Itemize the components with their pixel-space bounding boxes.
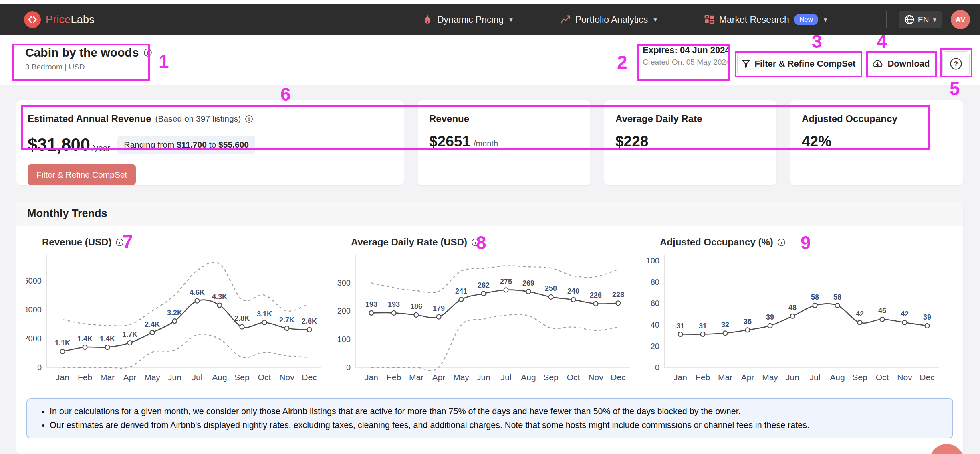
info-icon[interactable]: i <box>471 238 480 247</box>
svg-text:Jan: Jan <box>365 373 378 382</box>
pricelabs-logo[interactable]: PriceLabs <box>24 11 95 28</box>
pricelabs-logo-icon <box>24 11 41 28</box>
svg-text:Aug: Aug <box>521 373 536 382</box>
svg-text:Feb: Feb <box>696 373 710 382</box>
nav-item-dynamic-pricing[interactable]: Dynamic Pricing ▾ <box>423 14 513 25</box>
svg-text:2000: 2000 <box>26 334 42 343</box>
download-label: Download <box>887 59 930 69</box>
svg-text:2.6K: 2.6K <box>302 317 317 325</box>
svg-text:1.7K: 1.7K <box>122 330 137 338</box>
svg-text:i: i <box>248 116 250 122</box>
svg-text:Sep: Sep <box>852 373 867 382</box>
svg-text:300: 300 <box>337 278 351 287</box>
svg-text:4000: 4000 <box>26 305 42 314</box>
svg-text:228: 228 <box>612 291 624 299</box>
svg-text:240: 240 <box>567 287 579 295</box>
svg-text:Jul: Jul <box>810 373 821 382</box>
svg-text:May: May <box>762 373 778 382</box>
svg-text:Dec: Dec <box>920 373 934 382</box>
info-icon[interactable]: i <box>143 48 152 57</box>
svg-text:40: 40 <box>651 320 659 329</box>
svg-text:Jan: Jan <box>673 373 687 382</box>
svg-text:58: 58 <box>811 293 819 301</box>
svg-text:58: 58 <box>833 293 841 301</box>
trend-icon <box>560 15 571 24</box>
svg-text:0: 0 <box>346 363 351 372</box>
nav-menu: Dynamic Pricing ▾ Portfolio Analytics ▾ <box>423 14 827 25</box>
adr-line-chart: 0100200300JanFebMarAprMayJunJulAugSepOct… <box>335 251 632 391</box>
svg-text:May: May <box>453 373 469 382</box>
svg-text:186: 186 <box>410 302 422 310</box>
globe-icon <box>904 14 915 25</box>
charts-row: Revenue (USD) i 0200040006000JanFebMarAp… <box>26 226 963 391</box>
revenue-value: $2651 <box>429 133 470 150</box>
monthly-trends-panel: Monthly Trends Revenue (USD) i 020004000… <box>16 201 963 454</box>
svg-text:193: 193 <box>365 300 377 308</box>
filter-refine-compset-salmon-button[interactable]: Filter & Refine CompSet <box>28 164 136 185</box>
svg-text:193: 193 <box>388 300 400 308</box>
svg-text:48: 48 <box>788 304 797 312</box>
nav-item-label: Market Research <box>719 14 789 25</box>
svg-text:241: 241 <box>455 287 467 295</box>
svg-text:80: 80 <box>651 278 659 286</box>
annual-revenue-value: $31,800 <box>28 135 90 155</box>
info-icon[interactable]: i <box>245 115 253 123</box>
avatar[interactable]: AV <box>951 10 970 29</box>
svg-text:Oct: Oct <box>567 373 580 382</box>
chart-title: Revenue (USD) <box>42 237 111 248</box>
svg-text:39: 39 <box>923 313 931 321</box>
svg-text:i: i <box>119 240 121 245</box>
svg-text:1.4K: 1.4K <box>77 335 93 343</box>
card-title: Adjusted Occupancy <box>802 113 952 124</box>
svg-text:3.1K: 3.1K <box>257 310 272 318</box>
svg-text:2.7K: 2.7K <box>279 316 294 324</box>
svg-text:Dec: Dec <box>611 373 625 382</box>
note-item: In our calculations for a given month, w… <box>50 405 940 418</box>
svg-text:Aug: Aug <box>830 373 845 382</box>
svg-text:100: 100 <box>646 256 659 265</box>
svg-text:226: 226 <box>590 291 602 299</box>
nav-item-market-research[interactable]: Market Research New ▾ <box>704 14 827 25</box>
svg-text:i: i <box>147 50 149 56</box>
listing-subtitle: 3 Bedroom | USD <box>25 63 152 71</box>
info-icon[interactable]: i <box>115 238 124 247</box>
svg-text:Jul: Jul <box>501 373 512 382</box>
chevron-down-icon: ▾ <box>824 16 827 24</box>
language-label: EN <box>918 15 929 24</box>
svg-text:Jun: Jun <box>477 373 490 382</box>
filter-refine-compset-button[interactable]: Filter & Refine CompSet <box>737 51 859 76</box>
nav-item-portfolio-analytics[interactable]: Portfolio Analytics ▾ <box>560 14 657 25</box>
svg-text:6000: 6000 <box>26 276 42 285</box>
filter-refine-compset-label: Filter & Refine CompSet <box>755 59 856 69</box>
revenue-line-chart: 0200040006000JanFebMarAprMayJunJulAugSep… <box>26 251 323 391</box>
svg-text:Oct: Oct <box>876 373 889 382</box>
note-item: Our estimates are derived from Airbnb's … <box>50 418 940 432</box>
revenue-unit: /month <box>474 139 498 148</box>
adjusted-occupancy-card: Adjusted Occupancy 42% <box>790 100 963 185</box>
help-button[interactable]: ? <box>942 51 970 76</box>
svg-text:Jun: Jun <box>786 373 799 382</box>
card-title: Estimated Annual Revenue <box>28 113 151 124</box>
svg-text:4.6K: 4.6K <box>190 288 205 296</box>
chart-title: Average Daily Rate (USD) <box>351 237 467 248</box>
nav-right: EN ▾ AV <box>886 10 970 29</box>
svg-text:Sep: Sep <box>543 373 558 382</box>
svg-text:2.8K: 2.8K <box>234 314 250 322</box>
calculation-notes: In our calculations for a given month, w… <box>26 398 953 438</box>
occupancy-line-chart: 020406080100JanFebMarAprMayJunJulAugSepO… <box>644 251 941 391</box>
expires-date: Expires: 04 Jun 2024 <box>643 45 730 55</box>
language-selector[interactable]: EN ▾ <box>899 11 942 28</box>
svg-text:1.1K: 1.1K <box>55 339 70 347</box>
revenue-range-badge: Ranging from $11,700 to $55,600 <box>117 136 255 154</box>
card-subtitle: (Based on 397 listings) <box>155 114 241 124</box>
info-icon[interactable]: i <box>777 238 786 247</box>
svg-text:Feb: Feb <box>387 373 401 382</box>
download-button[interactable]: Download <box>868 51 934 76</box>
svg-text:4.3K: 4.3K <box>212 293 227 301</box>
grid-icon <box>704 15 714 25</box>
svg-text:31: 31 <box>699 322 707 330</box>
page-title: Cabin by the woods <box>25 46 139 59</box>
top-navbar: PriceLabs Dynamic Pricing ▾ <box>0 4 980 35</box>
listing-title-block: Cabin by the woods i 3 Bedroom | USD <box>25 46 152 71</box>
funnel-icon <box>741 59 751 69</box>
